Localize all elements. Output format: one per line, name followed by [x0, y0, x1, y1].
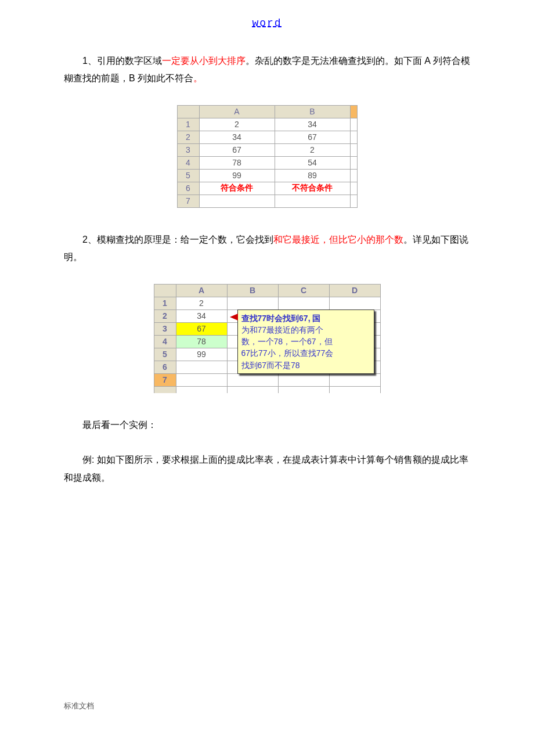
paragraph-1: 1、引用的数字区域一定要从小到大排序。杂乱的数字是无法准确查找到的。如下面 A …: [64, 52, 470, 88]
para2-highlight: 和它最接近，但比它小的那个数: [273, 235, 403, 244]
table-cell: [227, 373, 278, 386]
table-cell: [176, 361, 227, 373]
footer-label: 标准文档: [64, 701, 94, 711]
table-cell: [176, 386, 227, 393]
col-header-b: B: [275, 105, 350, 118]
row-header: 2: [154, 309, 176, 322]
col-header-b: B: [227, 284, 278, 297]
table-cell: 34: [275, 118, 350, 131]
tooltip-line: 67比77小，所以查找77会: [241, 348, 334, 358]
col-header-a: A: [176, 284, 227, 297]
tooltip-line: 数，一个78，一个67，但: [241, 337, 333, 346]
table-cell: [350, 143, 357, 156]
table-cell: 34: [176, 309, 227, 322]
table-cell: [350, 169, 357, 182]
col-header-extra: [350, 105, 357, 118]
row-header: 5: [154, 348, 176, 361]
table-cell: [227, 297, 278, 309]
table-cell: 99: [176, 348, 227, 361]
table-cell: 67: [275, 131, 350, 143]
table-cell-label: 不符合条件: [275, 182, 350, 195]
paragraph-3: 最后看一个实例：: [64, 416, 470, 434]
row-header: 1: [177, 118, 199, 131]
table-cell: [329, 373, 380, 386]
para2-prefix: 2、模糊查找的原理是：给一定个数，它会找到: [82, 235, 273, 244]
table-cell: [329, 297, 380, 309]
table-cell: [350, 195, 357, 207]
table-cell: 34: [199, 131, 275, 143]
table-cell: [350, 182, 357, 195]
table-cell: [278, 386, 329, 393]
table-cell: [199, 195, 275, 207]
table-cell-label: 符合条件: [199, 182, 275, 195]
table-corner: [177, 105, 199, 118]
paragraph-4: 例: 如如下图所示，要求根据上面的提成比率表，在提成表计算表中计算每个销售额的提…: [64, 451, 470, 487]
pointer-arrow-icon: [230, 314, 238, 321]
table-cell: 78: [199, 156, 275, 169]
row-header: 6: [154, 361, 176, 373]
table-cell-highlight: 67: [176, 322, 227, 335]
row-header: 3: [177, 143, 199, 156]
row-header: 5: [177, 169, 199, 182]
row-header: 1: [154, 297, 176, 309]
row-header: 7: [177, 195, 199, 207]
paragraph-2: 2、模糊查找的原理是：给一定个数，它会找到和它最接近，但比它小的那个数。详见如下…: [64, 231, 470, 267]
table-cell: 67: [199, 143, 275, 156]
header-link[interactable]: word: [64, 17, 470, 29]
table-cell: [278, 297, 329, 309]
col-header-a: A: [199, 105, 275, 118]
tooltip-line: 找到67而不是78: [241, 361, 300, 370]
col-header-c: C: [278, 284, 329, 297]
row-header: 4: [177, 156, 199, 169]
row-header: 2: [177, 131, 199, 143]
para1-highlight: 一定要从小到大排序: [162, 56, 246, 66]
table-cell: [176, 373, 227, 386]
tooltip-line: 为和77最接近的有两个: [241, 325, 324, 334]
para1-endmark: 。: [193, 73, 203, 83]
table-cell: 99: [199, 169, 275, 182]
row-header-selected: 7: [154, 373, 176, 386]
table-corner: [154, 284, 176, 297]
table-cell: 2: [199, 118, 275, 131]
row-header: 6: [177, 182, 199, 195]
row-header: 3: [154, 322, 176, 335]
table-cell: [350, 131, 357, 143]
comment-tooltip: 查找77时会找到67, 国 为和77最接近的有两个 数，一个78，一个67，但 …: [237, 309, 374, 374]
table-cell: 2: [176, 297, 227, 309]
table-cell: [278, 373, 329, 386]
table-cell-highlight: 78: [176, 335, 227, 348]
table-cell: [227, 386, 278, 393]
table-cell: 54: [275, 156, 350, 169]
para1-prefix: 1、引用的数字区域: [82, 56, 162, 66]
table-cell: [275, 195, 350, 207]
col-header-d: D: [329, 284, 380, 297]
table-cell: [350, 156, 357, 169]
table-cell: 2: [275, 143, 350, 156]
table-1: A B 1 2 34 2 34 67 3 67 2: [177, 105, 358, 208]
tooltip-line: 查找77时会找到67, 国: [241, 314, 321, 323]
row-header: 4: [154, 335, 176, 348]
row-header: [154, 386, 176, 393]
table-cell: 89: [275, 169, 350, 182]
table-cell: [350, 118, 357, 131]
table-cell: [329, 386, 380, 393]
